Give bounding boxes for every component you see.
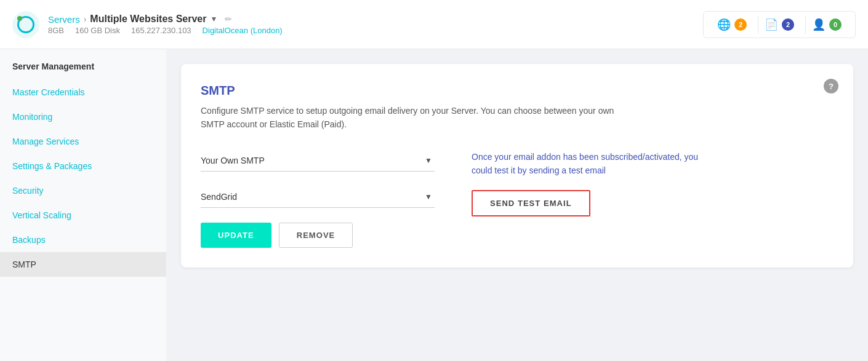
server-info-block: Servers › Multiple Websites Server ▼ ✏ 8… bbox=[48, 14, 283, 35]
smtp-service-group: SendGrid Mailgun SparkPost ▼ bbox=[201, 186, 435, 208]
smtp-service-wrapper: SendGrid Mailgun SparkPost ▼ bbox=[201, 186, 435, 208]
www-icon: 🌐 bbox=[717, 18, 731, 31]
smtp-card: ? SMTP Configure SMTP service to setup o… bbox=[181, 64, 853, 268]
header-badges: 🌐 2 📄 2 👤 0 bbox=[703, 11, 856, 38]
sidebar-item-settings-packages[interactable]: Settings & Packages bbox=[0, 154, 166, 178]
server-ram: 8GB bbox=[48, 26, 64, 35]
users-badge-group[interactable]: 👤 0 bbox=[805, 15, 848, 34]
www-badge-group[interactable]: 🌐 2 bbox=[711, 15, 753, 34]
sidebar-item-monitoring[interactable]: Monitoring bbox=[0, 105, 166, 129]
breadcrumb-separator: › bbox=[84, 14, 87, 24]
form-left: Your Own SMTP Elastic Email ▼ SendGrid M… bbox=[201, 150, 435, 248]
breadcrumb: Servers › Multiple Websites Server ▼ ✏ bbox=[48, 14, 283, 25]
card-description: Configure SMTP service to setup outgoing… bbox=[201, 104, 619, 132]
files-count: 2 bbox=[782, 18, 794, 31]
www-count: 2 bbox=[734, 18, 747, 31]
users-count: 0 bbox=[829, 18, 842, 31]
logo-inner bbox=[17, 16, 34, 33]
right-info-text: Once your email addon has been subscribe… bbox=[472, 150, 705, 178]
sidebar-item-master-credentials[interactable]: Master Credentials bbox=[0, 80, 166, 105]
sidebar-item-manage-services[interactable]: Manage Services bbox=[0, 129, 166, 154]
sidebar-item-backups[interactable]: Backups bbox=[0, 228, 166, 252]
logo bbox=[12, 11, 39, 38]
smtp-type-group: Your Own SMTP Elastic Email ▼ bbox=[201, 150, 435, 172]
sidebar-heading: Server Management bbox=[0, 61, 166, 80]
card-title: SMTP bbox=[201, 84, 834, 98]
smtp-type-wrapper: Your Own SMTP Elastic Email ▼ bbox=[201, 150, 435, 172]
sidebar: Server Management Master Credentials Mon… bbox=[0, 49, 166, 361]
server-meta: 8GB 160 GB Disk 165.227.230.103 DigitalO… bbox=[48, 26, 283, 35]
send-test-email-button[interactable]: SEND TEST EMAIL bbox=[472, 190, 590, 216]
server-ip: 165.227.230.103 bbox=[131, 26, 191, 35]
server-name: Multiple Websites Server bbox=[90, 14, 206, 25]
update-button[interactable]: UPDATE bbox=[201, 223, 271, 248]
form-right: Once your email addon has been subscribe… bbox=[472, 150, 834, 216]
files-badge-group[interactable]: 📄 2 bbox=[758, 15, 800, 34]
dropdown-arrow-icon[interactable]: ▼ bbox=[210, 15, 217, 23]
sidebar-item-security[interactable]: Security bbox=[0, 178, 166, 203]
servers-link[interactable]: Servers bbox=[48, 14, 80, 25]
smtp-service-select[interactable]: SendGrid Mailgun SparkPost bbox=[201, 192, 435, 202]
edit-icon[interactable]: ✏ bbox=[225, 14, 232, 24]
form-section: Your Own SMTP Elastic Email ▼ SendGrid M… bbox=[201, 150, 834, 248]
help-icon[interactable]: ? bbox=[824, 79, 838, 93]
header: Servers › Multiple Websites Server ▼ ✏ 8… bbox=[0, 0, 868, 49]
main-content: ? SMTP Configure SMTP service to setup o… bbox=[166, 49, 868, 361]
remove-button[interactable]: REMOVE bbox=[279, 223, 353, 248]
server-disk: 160 GB Disk bbox=[75, 26, 120, 35]
main-layout: Server Management Master Credentials Mon… bbox=[0, 49, 868, 361]
users-icon: 👤 bbox=[812, 18, 826, 31]
server-provider: DigitalOcean (London) bbox=[203, 26, 283, 35]
sidebar-item-smtp[interactable]: SMTP bbox=[0, 252, 166, 277]
smtp-type-select[interactable]: Your Own SMTP Elastic Email bbox=[201, 156, 435, 165]
action-buttons: UPDATE REMOVE bbox=[201, 223, 435, 248]
sidebar-item-vertical-scaling[interactable]: Vertical Scaling bbox=[0, 203, 166, 228]
header-left: Servers › Multiple Websites Server ▼ ✏ 8… bbox=[12, 11, 703, 38]
logo-dot bbox=[17, 16, 22, 21]
files-icon: 📄 bbox=[765, 18, 778, 31]
